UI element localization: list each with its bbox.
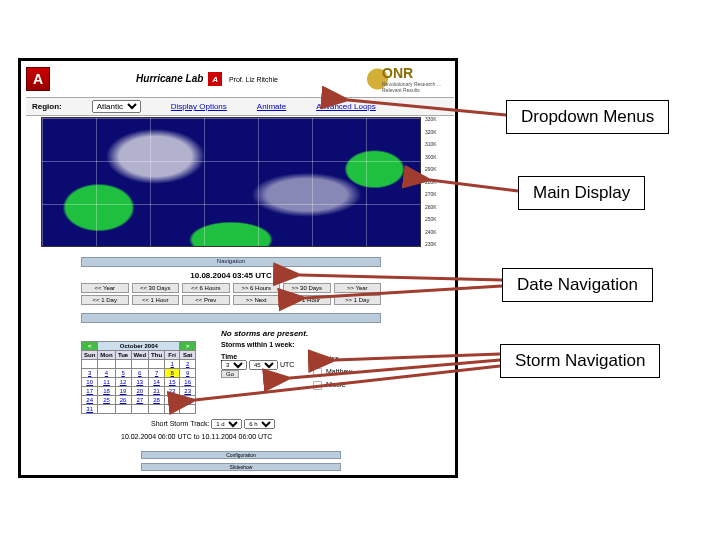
cal-day-cell[interactable]: 3 bbox=[82, 369, 98, 378]
storm-checkbox[interactable] bbox=[313, 355, 322, 364]
cal-day-cell bbox=[149, 360, 165, 369]
storms-within-label: Storms within 1 week: bbox=[221, 341, 295, 348]
cal-day-cell[interactable]: 26 bbox=[115, 396, 131, 405]
date-nav-button[interactable]: << 6 Hours bbox=[182, 283, 230, 293]
cal-day-cell[interactable]: 20 bbox=[131, 387, 149, 396]
app-title: Hurricane Lab A Prof. Liz Ritchie bbox=[58, 72, 356, 86]
region-select[interactable]: Atlantic bbox=[92, 100, 141, 113]
cal-day-cell[interactable]: 10 bbox=[82, 378, 98, 387]
cal-day-cell[interactable]: 30 bbox=[180, 396, 196, 405]
storm-checkbox[interactable] bbox=[313, 381, 322, 390]
hour-select[interactable]: 3 bbox=[221, 360, 247, 370]
animate-link[interactable]: Animate bbox=[257, 102, 286, 111]
cal-day-cell[interactable]: 29 bbox=[165, 396, 180, 405]
cal-day-cell[interactable]: 27 bbox=[131, 396, 149, 405]
colorbar-tick: 330K bbox=[425, 117, 459, 122]
cal-day-header: Thu bbox=[149, 351, 165, 360]
calendar[interactable]: <October 2004>SunMonTueWedThuFriSat12345… bbox=[81, 341, 196, 414]
colorbar-tick: 320K bbox=[425, 130, 459, 135]
track-days-select[interactable]: 1 d bbox=[211, 419, 242, 429]
cal-day-cell[interactable]: 1 bbox=[165, 360, 180, 369]
cal-day-cell[interactable]: 18 bbox=[98, 387, 115, 396]
current-timestamp: 10.08.2004 03:45 UTC bbox=[81, 271, 381, 280]
cal-day-cell[interactable]: 22 bbox=[165, 387, 180, 396]
cal-day-cell[interactable]: 13 bbox=[131, 378, 149, 387]
tz-label: UTC bbox=[280, 361, 294, 368]
storm-checkboxes: Lisa Matthew Nicole bbox=[311, 353, 352, 392]
cal-day-header: Fri bbox=[165, 351, 180, 360]
colorbar-tick: 260K bbox=[425, 205, 459, 210]
date-nav-button[interactable]: << Year bbox=[81, 283, 129, 293]
cal-day-cell[interactable]: 21 bbox=[149, 387, 165, 396]
cal-day-cell[interactable]: 7 bbox=[149, 369, 165, 378]
date-nav-button[interactable]: >> 30 Days bbox=[283, 283, 331, 293]
cal-day-cell[interactable]: 9 bbox=[180, 369, 196, 378]
storm-check-item[interactable]: Lisa bbox=[311, 353, 352, 366]
onr-logo: ONR Revolutionary Research ... Relevant … bbox=[364, 66, 454, 92]
colorbar-tick: 280K bbox=[425, 180, 459, 185]
storm-checkbox[interactable] bbox=[313, 368, 322, 377]
cal-day-cell[interactable]: 2 bbox=[180, 360, 196, 369]
date-nav-button[interactable]: << 1 Day bbox=[81, 295, 129, 305]
colorbar-tick: 290K bbox=[425, 167, 459, 172]
cal-day-cell[interactable]: 16 bbox=[180, 378, 196, 387]
cal-day-cell bbox=[180, 405, 196, 414]
storm-check-item[interactable]: Matthew bbox=[311, 366, 352, 379]
cal-day-cell bbox=[131, 360, 149, 369]
cal-day-cell[interactable]: 24 bbox=[82, 396, 98, 405]
date-nav-button[interactable]: >> 1 Day bbox=[334, 295, 382, 305]
advanced-loops-link[interactable]: Advanced Loops bbox=[316, 102, 376, 111]
track-hours-select[interactable]: 6 h bbox=[244, 419, 275, 429]
cal-day-cell[interactable]: 14 bbox=[149, 378, 165, 387]
date-nav-button[interactable]: >> 6 Hours bbox=[233, 283, 281, 293]
cal-day-cell[interactable]: 31 bbox=[82, 405, 98, 414]
cal-day-cell[interactable]: 6 bbox=[131, 369, 149, 378]
date-nav-button[interactable]: >> 1 Hour bbox=[283, 295, 331, 305]
cal-day-cell[interactable]: 15 bbox=[165, 378, 180, 387]
track-label: Short Storm Track: bbox=[151, 420, 209, 427]
colorbar-tick: 250K bbox=[425, 217, 459, 222]
navigation-section-header: Navigation bbox=[81, 257, 381, 267]
cal-day-cell[interactable]: 8 bbox=[165, 369, 180, 378]
cal-day-header: Wed bbox=[131, 351, 149, 360]
cal-month-label: October 2004 bbox=[98, 342, 180, 351]
storm-check-item[interactable]: Nicole bbox=[311, 379, 352, 392]
cal-prev-month[interactable]: < bbox=[82, 342, 98, 351]
cal-day-cell bbox=[131, 405, 149, 414]
cal-day-cell[interactable]: 17 bbox=[82, 387, 98, 396]
date-nav-button[interactable]: >> Next bbox=[233, 295, 281, 305]
ua-logo: A bbox=[26, 67, 50, 91]
cal-day-cell[interactable]: 5 bbox=[115, 369, 131, 378]
main-display-map[interactable] bbox=[41, 117, 421, 247]
cal-day-cell bbox=[115, 360, 131, 369]
cal-day-cell[interactable]: 11 bbox=[98, 378, 115, 387]
date-nav-button[interactable]: << 30 Days bbox=[132, 283, 180, 293]
annotation-dropdown-menus: Dropdown Menus bbox=[506, 100, 669, 134]
date-nav-button[interactable]: << Prev bbox=[182, 295, 230, 305]
cal-day-cell[interactable]: 19 bbox=[115, 387, 131, 396]
prof-name: Prof. Liz Ritchie bbox=[229, 76, 278, 83]
colorbar-tick: 240K bbox=[425, 230, 459, 235]
cal-day-cell bbox=[98, 360, 115, 369]
short-storm-track: Short Storm Track: 1 d 6 h bbox=[151, 419, 275, 429]
dropdown-menu-bar: Region: Atlantic Display Options Animate… bbox=[26, 97, 454, 116]
annotation-storm-navigation: Storm Navigation bbox=[500, 344, 660, 378]
cal-day-header: Sat bbox=[180, 351, 196, 360]
cal-day-cell[interactable]: 23 bbox=[180, 387, 196, 396]
date-nav-button[interactable]: << 1 Hour bbox=[132, 295, 180, 305]
colorbar-tick: 300K bbox=[425, 155, 459, 160]
minute-select[interactable]: 45 bbox=[249, 360, 278, 370]
cal-next-month[interactable]: > bbox=[180, 342, 196, 351]
display-options-link[interactable]: Display Options bbox=[171, 102, 227, 111]
cal-day-cell[interactable]: 4 bbox=[98, 369, 115, 378]
date-nav-button[interactable]: >> Year bbox=[334, 283, 382, 293]
cal-day-header: Sun bbox=[82, 351, 98, 360]
go-button[interactable]: Go bbox=[221, 370, 239, 378]
cal-day-cell[interactable]: 25 bbox=[98, 396, 115, 405]
slideshow-section-header: Slideshow bbox=[141, 463, 341, 471]
colorbar: 330K320K310K300K290K280K270K260K250K240K… bbox=[425, 117, 459, 247]
cal-day-cell[interactable]: 12 bbox=[115, 378, 131, 387]
map-grid bbox=[42, 118, 420, 246]
cal-day-cell[interactable]: 28 bbox=[149, 396, 165, 405]
no-storms-message: No storms are present. bbox=[221, 329, 308, 338]
